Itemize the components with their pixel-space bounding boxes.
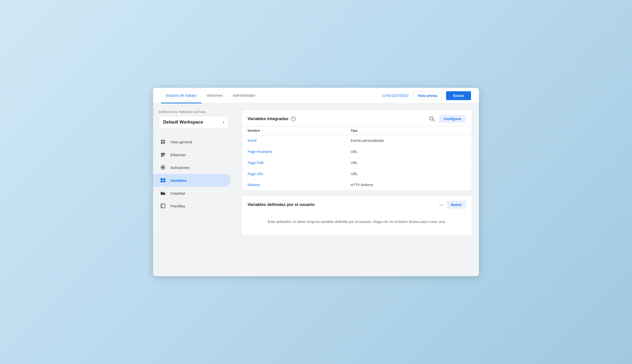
var-name-link[interactable]: Page URL (248, 172, 264, 176)
svg-rect-11 (163, 178, 165, 180)
var-name-link[interactable]: Event (248, 138, 256, 142)
tab-workspace[interactable]: Espacio de trabajo (161, 88, 201, 103)
user-vars-actions: → Nueva (438, 201, 466, 209)
sidebar-item-templates-label: Plantillas (170, 204, 185, 208)
sidebar-item-variables[interactable]: Variables (153, 174, 231, 187)
var-type-cell: URL (345, 168, 472, 180)
var-name-cell: Page URL (242, 168, 345, 180)
svg-rect-14 (161, 204, 165, 208)
svg-rect-13 (163, 180, 165, 182)
svg-rect-6 (161, 156, 163, 156)
built-in-vars-table: Nombre ↑ Tipo Event Evento personalizado… (242, 126, 472, 190)
svg-rect-10 (160, 178, 163, 180)
search-button[interactable] (428, 115, 436, 123)
workspace-selector[interactable]: Default Workspace › (159, 116, 229, 128)
templates-icon (160, 203, 166, 209)
var-name-link[interactable]: Referrer (248, 183, 260, 187)
sidebar-item-tags[interactable]: Etiquetas (153, 148, 231, 161)
configure-button[interactable]: Configurar (439, 115, 466, 123)
sidebar-item-folders-label: Carpetas (170, 191, 185, 195)
svg-rect-2 (161, 142, 163, 144)
preview-button[interactable]: Vista previa (413, 92, 442, 100)
svg-rect-12 (160, 180, 163, 182)
sort-arrow-icon: ↑ (262, 129, 263, 132)
var-type-cell: URL (345, 157, 472, 168)
sidebar-item-variables-label: Variables (170, 178, 187, 182)
arrow-right-icon: → (438, 201, 444, 209)
var-type-cell: Evento personalizado (345, 135, 472, 146)
svg-rect-5 (161, 154, 165, 155)
content-area: Variables integradas ? Configurar (234, 104, 479, 276)
folders-icon (160, 190, 166, 196)
svg-rect-1 (163, 140, 165, 142)
sidebar-item-folders[interactable]: Carpetas (153, 187, 231, 200)
built-in-vars-card: Variables integradas ? Configurar (241, 110, 472, 191)
overview-icon (160, 139, 166, 145)
help-icon[interactable]: ? (291, 116, 296, 121)
table-row: Page Hostname URL (242, 146, 472, 157)
workspace-label: ESPACIO DE TRABAJO ACTUAL (153, 110, 234, 116)
send-button[interactable]: Enviar (446, 91, 471, 100)
variables-icon (160, 177, 166, 183)
table-row: Event Evento personalizado (242, 135, 472, 146)
nav-right: GTM-5ZZVD5ZV Vista previa Enviar (382, 91, 471, 100)
user-vars-card: Variables definidas por el usuario → Nue… (241, 196, 472, 236)
top-nav: Espacio de trabajo Versiones Administrad… (153, 88, 479, 104)
sidebar-item-triggers[interactable]: Activadores (153, 161, 231, 174)
user-vars-header: Variables definidas por el usuario → Nue… (242, 196, 472, 212)
svg-rect-3 (163, 142, 165, 144)
user-vars-title: Variables definidas por el usuario (248, 202, 314, 207)
table-row: Page Path URL (242, 157, 472, 168)
empty-state: Este activador no tiene ninguna variable… (242, 212, 472, 236)
nav-tabs: Espacio de trabajo Versiones Administrad… (161, 88, 382, 103)
built-in-vars-title: Variables integradas ? (248, 116, 296, 121)
var-name-cell: Referrer (242, 180, 345, 191)
sidebar-item-templates[interactable]: Plantillas (153, 200, 231, 212)
chevron-right-icon: › (223, 120, 224, 125)
card-header-builtin: Variables integradas ? Configurar (242, 110, 472, 126)
tags-icon (160, 152, 166, 158)
var-name-cell: Event (242, 135, 345, 146)
new-button[interactable]: Nueva (447, 201, 466, 209)
var-name-link[interactable]: Page Hostname (248, 150, 272, 154)
svg-line-17 (433, 120, 435, 121)
table-row: Referrer HTTP Referrer (242, 180, 472, 191)
main-layout: ESPACIO DE TRABAJO ACTUAL Default Worksp… (153, 104, 479, 276)
svg-rect-0 (161, 140, 163, 142)
sidebar-nav: Vista general Etiquetas (153, 136, 234, 212)
var-type-cell: URL (345, 146, 472, 157)
sidebar-item-overview-label: Vista general (170, 140, 192, 144)
table-row: Page URL URL (242, 168, 472, 180)
sidebar-item-tags-label: Etiquetas (170, 153, 186, 157)
col-header-type: Tipo (345, 126, 472, 135)
var-type-cell: HTTP Referrer (345, 180, 472, 191)
sidebar-item-triggers-label: Activadores (170, 166, 190, 170)
svg-rect-4 (161, 153, 165, 154)
workspace-name: Default Workspace (163, 120, 203, 125)
var-name-cell: Page Path (242, 157, 345, 168)
triggers-icon (160, 164, 166, 170)
var-name-cell: Page Hostname (242, 146, 345, 157)
col-header-name: Nombre ↑ (242, 126, 345, 135)
sidebar-item-overview[interactable]: Vista general (153, 136, 231, 148)
sidebar: ESPACIO DE TRABAJO ACTUAL Default Worksp… (153, 104, 234, 276)
app-container: Espacio de trabajo Versiones Administrad… (153, 88, 479, 276)
svg-point-8 (162, 166, 164, 168)
built-in-vars-actions: Configurar (428, 115, 466, 123)
tab-admin[interactable]: Administrador (228, 88, 260, 103)
var-name-link[interactable]: Page Path (248, 161, 264, 165)
gtm-id: GTM-5ZZVD5ZV (382, 94, 409, 98)
tab-versions[interactable]: Versiones (201, 88, 228, 103)
